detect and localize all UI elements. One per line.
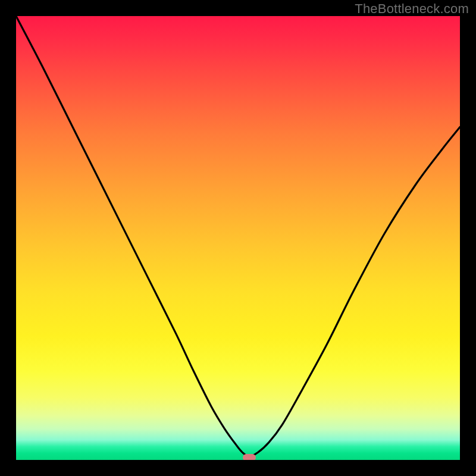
watermark-text: TheBottleneck.com <box>355 1 469 17</box>
bottleneck-curve <box>16 16 460 460</box>
optimum-marker <box>243 454 256 460</box>
chart-frame: TheBottleneck.com <box>0 0 476 476</box>
plot-area <box>16 16 460 460</box>
